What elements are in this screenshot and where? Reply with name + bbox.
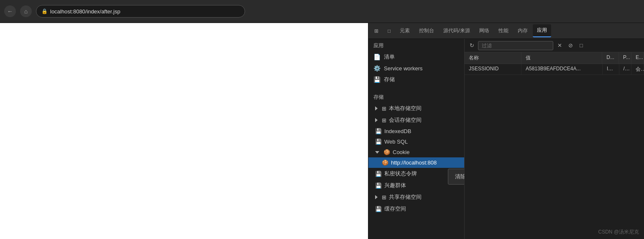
main-layout: ⊞ □ 元素 控制台 源代码/来源 网络 性能 内存 应用 应用 📄 清单 ⚙️ [0,23,644,239]
sidebar-item-manifest[interactable]: 📄 清单 [368,51,464,63]
devtools-body: 应用 📄 清单 ⚙️ Service workers 💾 存储 存储 [368,39,644,239]
cookie-icon: 🍪 [383,149,390,155]
storage-icon: 💾 [373,76,381,83]
interest-group-icon: 💾 [375,182,382,189]
csdn-watermark: CSDN @汤米尼克 [598,229,639,236]
tab-console[interactable]: 控制台 [415,25,438,37]
col-header-value: 值 [521,52,603,64]
session-storage-label: 会话存储空间 [389,116,422,124]
sidebar-item-local-storage[interactable]: ⊞ 本地存储空间 [368,103,464,114]
cookie-localhost-label: http://localhost:808 [391,159,437,166]
nav-back-button[interactable]: ← [4,5,16,17]
tab-inspect[interactable]: ⊞ [370,26,383,36]
url-text: localhost:8080/index/after.jsp [50,8,120,15]
context-menu: 清除 [448,169,465,185]
cookie-data-table: 名称 值 D... P... E... JSESSIONID A5813B9EA… [465,52,644,239]
cell-d-jsessionid: lo... [603,64,619,75]
sidebar-item-session-storage[interactable]: ⊞ 会话存储空间 [368,114,464,126]
cell-p-jsessionid: /... [619,64,632,75]
cache-label: 缓存空间 [384,205,406,213]
shared-storage-label: 共享存储空间 [389,193,422,201]
sidebar-item-cookie[interactable]: 🍪 Cookie [368,147,464,157]
tab-device[interactable]: □ [383,26,395,36]
cookie-localhost-icon: 🍪 [382,159,388,166]
cache-icon: 💾 [375,206,382,212]
indexeddb-icon: 💾 [375,128,382,134]
tab-application[interactable]: 应用 [533,24,551,37]
sidebar-service-workers-label: Service workers [384,65,422,72]
tab-elements[interactable]: 元素 [396,25,414,37]
refresh-button[interactable]: ↻ [467,41,476,50]
address-bar[interactable]: 🔒 localhost:8080/index/after.jsp [36,5,245,18]
tab-network[interactable]: 网络 [475,25,493,37]
nav-home-button[interactable]: ⌂ [20,5,32,17]
col-header-e: E... [631,52,644,64]
browser-chrome: ← ⌂ 🔒 localhost:8080/index/after.jsp [0,0,644,23]
sidebar-storage-label: 存储 [384,76,395,83]
devtools-panel: ⊞ □ 元素 控制台 源代码/来源 网络 性能 内存 应用 应用 📄 清单 ⚙️ [368,23,644,239]
local-storage-icon: ⊞ [382,105,386,112]
expand-local-storage-icon [375,106,378,111]
storage-section-label: 存储 [368,90,464,103]
interest-group-label: 兴趣群体 [384,182,406,189]
websql-label: Web SQL [384,139,408,145]
private-state-icon: 💾 [375,171,382,177]
sidebar-item-websql[interactable]: 💾 Web SQL [368,136,464,147]
collapse-cookie-icon [375,151,379,154]
session-storage-icon: ⊞ [382,117,386,123]
sidebar-item-service-workers[interactable]: ⚙️ Service workers [368,63,464,74]
sidebar-item-storage[interactable]: 💾 存储 [368,74,464,85]
sidebar-manifest-label: 清单 [384,53,395,61]
devtools-sidebar: 应用 📄 清单 ⚙️ Service workers 💾 存储 存储 [368,39,465,239]
sidebar-item-cookie-localhost[interactable]: 🍪 http://localhost:808 [368,157,464,168]
table-row[interactable]: JSESSIONID A5813B9EAFDDCE4A... lo... /..… [465,64,644,75]
cell-e-jsessionid: 会 [631,64,644,75]
sidebar-item-shared-storage[interactable]: ⊞ 共享存储空间 [368,191,464,203]
clear-filter-button[interactable]: ✕ [555,41,564,50]
devtools-tab-bar: ⊞ □ 元素 控制台 源代码/来源 网络 性能 内存 应用 [368,23,644,39]
manifest-icon: 📄 [373,54,381,60]
tab-source[interactable]: 源代码/来源 [439,25,474,37]
col-header-name: 名称 [465,52,521,64]
main-toolbar: ↻ ✕ ⊘ □ [465,39,644,52]
indexeddb-label: IndexedDB [384,128,411,134]
block-button[interactable]: ⊘ [566,41,575,50]
tab-memory[interactable]: 内存 [514,25,532,37]
table-header: 名称 值 D... P... E... [465,52,644,64]
shared-storage-icon: ⊞ [382,194,386,200]
sidebar-item-cache[interactable]: 💾 缓存空间 [368,203,464,215]
local-storage-label: 本地存储空间 [389,105,422,112]
context-menu-clear[interactable]: 清除 [448,171,465,182]
expand-session-storage-icon [375,118,378,122]
sidebar-item-indexeddb[interactable]: 💾 IndexedDB [368,126,464,136]
devtools-main: ↻ ✕ ⊘ □ 名称 值 D... P... E... [465,39,644,239]
layout-button[interactable]: □ [577,41,586,50]
cell-value-jsessionid: A5813B9EAFDDCE4A... [521,64,603,75]
expand-shared-storage-icon [375,195,378,199]
browser-content [0,23,368,239]
tab-performance[interactable]: 性能 [494,25,513,37]
app-section-label: 应用 [368,39,464,51]
websql-icon: 💾 [375,139,382,145]
col-header-p: P... [619,52,631,64]
col-header-d: D... [602,52,619,64]
filter-input[interactable] [478,41,553,50]
private-state-label: 私密状态令牌 [384,170,417,177]
lock-icon: 🔒 [41,8,48,14]
cookie-label: Cookie [393,149,409,155]
service-workers-icon: ⚙️ [373,65,381,72]
cell-name-jsessionid: JSESSIONID [465,64,521,75]
